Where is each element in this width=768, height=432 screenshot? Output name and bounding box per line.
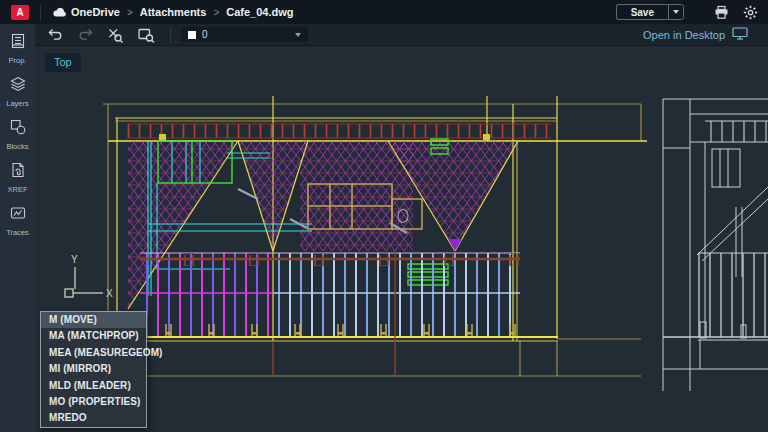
view-cube-top-button[interactable]: Top <box>45 53 81 72</box>
undo-icon[interactable] <box>47 27 64 42</box>
traces-icon <box>10 205 26 225</box>
ucs-icon: X Y <box>65 254 113 299</box>
header-divider <box>40 5 41 20</box>
sidebar-item-label: Prop. <box>9 56 27 65</box>
breadcrumb-separator: > <box>127 7 133 18</box>
sidebar-item-traces[interactable]: Traces <box>0 205 35 248</box>
sidebar-item-label: XREF <box>7 185 27 194</box>
save-options-button[interactable] <box>668 4 684 20</box>
layers-icon <box>10 76 26 96</box>
tool-sidebar: Prop. Layers Blocks XREF Tra <box>0 24 35 432</box>
app-header: A OneDrive > Attachments > Cafe_04.dwg S… <box>0 0 768 24</box>
cad-drawing-main <box>103 96 647 376</box>
command-option-matchprop[interactable]: MA (MATCHPROP) <box>41 328 146 344</box>
breadcrumb-filename[interactable]: Cafe_04.dwg <box>226 6 293 18</box>
toolbar-divider <box>170 27 171 43</box>
properties-icon <box>10 33 26 53</box>
save-split-button: Save <box>616 4 684 20</box>
cad-drawing-secondary <box>663 99 768 391</box>
command-option-mredo[interactable]: MREDO <box>41 410 146 426</box>
zoom-window-icon[interactable] <box>137 27 155 43</box>
layer-name: 0 <box>202 29 289 40</box>
print-icon[interactable] <box>714 5 729 20</box>
open-in-desktop-button[interactable]: Open in Desktop <box>643 27 748 42</box>
sidebar-item-properties[interactable]: Prop. <box>0 33 35 76</box>
breadcrumb-separator: > <box>213 7 219 18</box>
caret-down-icon <box>673 10 679 14</box>
sidebar-item-label: Traces <box>6 228 29 237</box>
xref-icon <box>10 162 26 182</box>
command-option-mirror[interactable]: MI (MIRROR) <box>41 361 146 377</box>
ucs-x-label: X <box>106 288 113 299</box>
sidebar-item-layers[interactable]: Layers <box>0 76 35 119</box>
sidebar-item-xref[interactable]: XREF <box>0 162 35 205</box>
ucs-y-label: Y <box>71 254 78 265</box>
blocks-icon <box>10 119 26 139</box>
open-in-desktop-label: Open in Desktop <box>643 29 725 41</box>
save-button[interactable]: Save <box>616 4 668 20</box>
zoom-object-icon[interactable] <box>107 27 124 43</box>
redo-icon[interactable] <box>77 27 94 42</box>
autocad-logo[interactable]: A <box>11 5 29 20</box>
desktop-monitor-icon <box>732 27 748 42</box>
sidebar-item-label: Blocks <box>6 142 28 151</box>
breadcrumb-attachments[interactable]: Attachments <box>140 6 207 18</box>
command-option-properties[interactable]: MO (PROPERTIES) <box>41 394 146 410</box>
drawing-toolbar: 0 Open in Desktop <box>35 24 768 46</box>
sidebar-item-blocks[interactable]: Blocks <box>0 119 35 162</box>
command-option-measuregeom[interactable]: MEA (MEASUREGEOM) <box>41 345 146 361</box>
command-option-mleader[interactable]: MLD (MLEADER) <box>41 378 146 394</box>
breadcrumb: OneDrive > Attachments > Cafe_04.dwg <box>71 6 293 18</box>
layer-color-swatch <box>188 31 196 39</box>
layer-dropdown[interactable]: 0 <box>181 27 308 42</box>
cloud-icon <box>52 6 69 18</box>
command-option-move[interactable]: M (MOVE) <box>41 312 146 328</box>
breadcrumb-onedrive[interactable]: OneDrive <box>71 6 120 18</box>
chevron-down-icon <box>295 33 301 37</box>
sidebar-item-label: Layers <box>6 99 29 108</box>
gear-icon[interactable] <box>743 5 758 20</box>
drawing-canvas[interactable]: Top <box>35 47 768 432</box>
command-autocomplete-popup: M (MOVE) MA (MATCHPROP) MEA (MEASUREGEOM… <box>40 311 147 428</box>
